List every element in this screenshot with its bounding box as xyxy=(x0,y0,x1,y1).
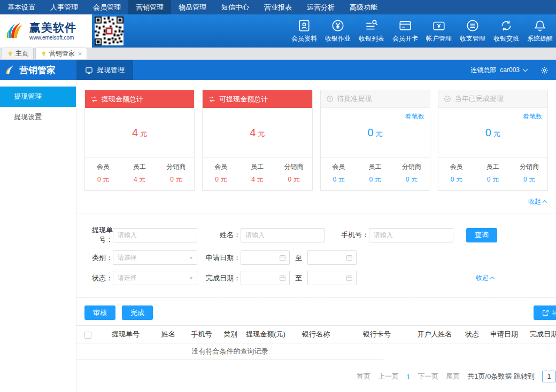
breakdown-label: 会员 xyxy=(203,162,239,171)
card-unit: 元 xyxy=(140,129,147,139)
brand-name: 赢美软件 xyxy=(29,22,76,33)
withdraw-no-input[interactable] xyxy=(113,228,197,242)
user-dropdown[interactable]: car003 xyxy=(500,66,520,74)
tab-home[interactable]: 主页 xyxy=(2,48,34,59)
column-finish-date: 完成日期 xyxy=(522,330,556,339)
breakdown-label: 员工 xyxy=(357,162,393,171)
menu-item-goods[interactable]: 物品管理 xyxy=(171,0,214,14)
page-jump-input[interactable] xyxy=(542,371,556,382)
category-select[interactable]: 请选择 ▾ xyxy=(113,250,197,265)
card-title: 待批准提现 xyxy=(337,94,372,104)
quick-link-shift-change[interactable]: 收银交班 xyxy=(493,19,519,43)
menu-item-sms[interactable]: 短信中心 xyxy=(214,0,257,14)
stats-card-pending-approval: 待批准提现 看笔数 0 元 会员0 元 员工0 元 分销商0 元 xyxy=(320,90,430,191)
breakdown-value: 0 元 xyxy=(203,175,239,184)
module-tab-withdraw-manage[interactable]: 提现管理 xyxy=(76,60,133,80)
apply-date-end-input[interactable] xyxy=(307,250,357,265)
view-count-link[interactable]: 看笔数 xyxy=(523,112,542,121)
tab-marketing-manager[interactable]: 营销管家 × xyxy=(35,48,87,59)
filters-collapse-link[interactable]: 收起 xyxy=(476,273,494,283)
card-unit: 元 xyxy=(258,129,265,139)
withdraw-icon xyxy=(208,96,215,103)
page-next[interactable]: 下一页 xyxy=(418,372,438,381)
name-label: 姓名： xyxy=(199,230,241,240)
menu-item-marketing[interactable]: 营销管理 xyxy=(128,0,171,14)
filter-row-3: 状态： 请选择 ▾ 完成日期： 至 收起 xyxy=(81,271,552,285)
module-tab-label: 提现管理 xyxy=(97,65,125,75)
view-count-link[interactable]: 看笔数 xyxy=(405,112,424,121)
sidebar-item-withdraw-manage[interactable]: 提现管理 xyxy=(0,87,76,107)
quick-link-member-info[interactable]: 会员资料 xyxy=(291,19,317,43)
brand: 赢美软件 www.emeisoft.com xyxy=(0,14,92,48)
category-label: 类别： xyxy=(81,253,113,263)
breakdown-label: 分销商 xyxy=(511,162,547,171)
qr-code xyxy=(95,17,123,45)
quick-link-cashier-work[interactable]: 收银作业 xyxy=(325,19,351,43)
phone-input[interactable] xyxy=(369,228,453,242)
breakdown-value: 0 元 xyxy=(357,175,393,184)
finish-date-label: 完成日期： xyxy=(199,273,241,283)
quick-link-income-expense[interactable]: 收支管理 xyxy=(460,19,485,43)
quick-link-label: 帐户管理 xyxy=(426,34,452,43)
page-current[interactable]: 1 xyxy=(406,373,410,381)
column-amount: 提现金额(元) xyxy=(242,330,289,339)
column-apply-date: 申请日期 xyxy=(486,330,522,339)
complete-button[interactable]: 完成 xyxy=(122,305,153,320)
breakdown-label: 会员 xyxy=(85,162,121,171)
export-label: 导出 xyxy=(552,308,556,318)
quick-link-label: 收支管理 xyxy=(460,34,485,43)
export-icon xyxy=(542,309,549,316)
card-title: 可提现金额总计 xyxy=(219,95,268,104)
menu-item-hr[interactable]: 人事管理 xyxy=(43,0,86,14)
finish-date-start-input[interactable] xyxy=(241,271,290,285)
breakdown-label: 会员 xyxy=(321,162,357,171)
card-title: 当年已完成提现 xyxy=(455,94,504,104)
chevron-down-icon[interactable] xyxy=(523,66,528,72)
name-input[interactable] xyxy=(241,228,325,242)
page-last[interactable]: 尾页 xyxy=(446,372,460,381)
breakdown-value: 0 元 xyxy=(321,175,357,184)
quick-link-account-manage[interactable]: 帐户管理 xyxy=(426,19,452,43)
select-arrow-icon: ▾ xyxy=(190,275,192,281)
list-search-icon xyxy=(365,19,379,33)
sidebar-item-withdraw-settings[interactable]: 提现设置 xyxy=(0,107,76,127)
refresh-icon xyxy=(499,19,513,33)
gear-icon[interactable] xyxy=(540,66,549,74)
page-prev[interactable]: 上一页 xyxy=(378,372,399,381)
lines-circle-icon xyxy=(466,19,480,33)
menu-item-basic-settings[interactable]: 基本设置 xyxy=(0,0,43,14)
audit-button[interactable]: 审核 xyxy=(84,305,115,320)
menu-item-reports[interactable]: 营业报表 xyxy=(257,0,299,14)
menu-item-analytics[interactable]: 运营分析 xyxy=(299,0,342,14)
breakdown-label: 员工 xyxy=(475,162,511,171)
chevron-up-icon xyxy=(490,277,495,281)
search-button[interactable]: 查询 xyxy=(466,228,497,242)
tab-bar: 主页 营销管家 × xyxy=(0,48,556,60)
select-all-cell xyxy=(76,330,99,338)
calendar-icon xyxy=(279,275,286,281)
quick-links: 会员资料 收银作业 收银列表 会员开卡 帐户管理 收支管理 收银交班 系统提醒 xyxy=(291,19,556,43)
top-menu-bar: 基本设置 人事管理 会员管理 营销管理 物品管理 短信中心 营业报表 运营分析 … xyxy=(0,0,556,14)
brand-logo-icon xyxy=(4,20,26,42)
menu-item-members[interactable]: 会员管理 xyxy=(86,0,128,14)
column-category: 类别 xyxy=(219,330,242,339)
export-button[interactable]: 导出 xyxy=(534,305,556,320)
page-first[interactable]: 首页 xyxy=(357,372,370,381)
card-breakdown: 会员0 元 员工4 元 分销商0 元 xyxy=(85,157,194,190)
column-name: 姓名 xyxy=(152,330,184,339)
card-breakdown: 会员0 元 员工0 元 分销商0 元 xyxy=(321,157,430,190)
filter-row-2: 类别： 请选择 ▾ 申请日期： 至 xyxy=(81,250,552,265)
select-all-checkbox[interactable] xyxy=(84,332,91,339)
apply-date-start-input[interactable] xyxy=(241,250,290,265)
yen-coin-icon xyxy=(331,19,345,33)
quick-link-cashier-list[interactable]: 收银列表 xyxy=(359,19,384,43)
apply-date-label: 申请日期： xyxy=(199,253,241,263)
menu-item-advanced[interactable]: 高级功能 xyxy=(342,0,385,14)
status-select[interactable]: 请选择 ▾ xyxy=(113,271,197,285)
quick-link-member-card[interactable]: 会员开卡 xyxy=(392,19,418,43)
stats-collapse-link[interactable]: 收起 xyxy=(528,197,546,206)
quick-link-label: 会员资料 xyxy=(291,34,317,43)
quick-link-system-alert[interactable]: 系统提醒 xyxy=(527,19,553,43)
finish-date-end-input[interactable] xyxy=(307,271,357,285)
tab-close-icon[interactable]: × xyxy=(78,50,82,58)
